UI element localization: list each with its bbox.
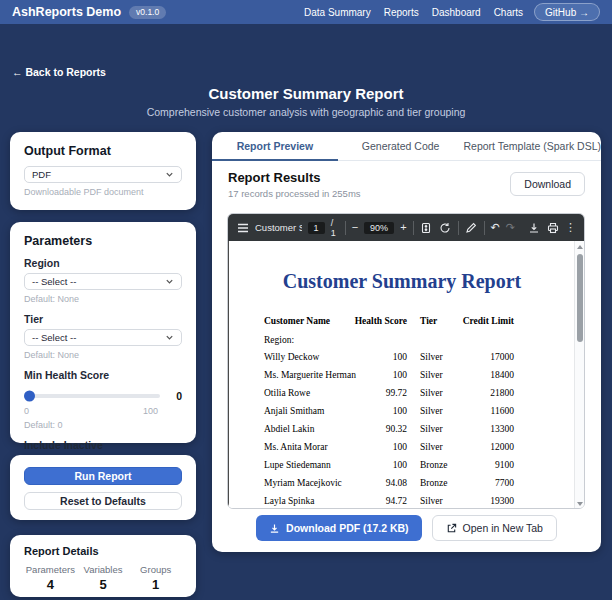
toolbar-divider (458, 221, 459, 235)
print-icon[interactable] (546, 221, 559, 234)
pdf-table-row: Lupe Stiedemann 100 Bronze 9100 (229, 456, 575, 474)
actions-card: Run Report Reset to Defaults (10, 455, 196, 520)
report-details-title: Report Details (24, 545, 182, 557)
cell-credit-limit: 21800 (454, 388, 514, 398)
page-number-input[interactable]: 1 (308, 222, 325, 234)
region-default-note: Default: None (24, 294, 182, 304)
col-health-score: Health Score (352, 316, 407, 326)
page-total-label: / 1 (331, 218, 339, 238)
nav-link-data-summary[interactable]: Data Summary (304, 7, 371, 18)
download-pdf-button[interactable]: Download PDF (17.2 KB) (256, 515, 422, 541)
cell-health-score: 99.72 (352, 388, 407, 398)
tier-default-note: Default: None (24, 350, 182, 360)
nav-link-charts[interactable]: Charts (494, 7, 523, 18)
pdf-report-title: Customer Summary Report (229, 270, 575, 293)
pdf-table-row: Willy Deckow 100 Silver 17000 (229, 348, 575, 366)
zoom-level-input[interactable]: 90% (364, 222, 394, 234)
pdf-table-row: Ms. Marguerite Herman 100 Silver 18400 (229, 366, 575, 384)
pdf-table-header: Customer Name Health Score Tier Credit L… (229, 316, 575, 326)
parameters-title: Parameters (24, 234, 182, 248)
cell-health-score: 100 (352, 406, 407, 416)
tab-generated-code[interactable]: Generated Code (338, 132, 464, 160)
cell-credit-limit: 11600 (454, 406, 514, 416)
cell-tier: Silver (407, 352, 454, 362)
scroll-down-icon[interactable] (577, 502, 583, 506)
download-button[interactable]: Download (510, 172, 585, 196)
col-credit-limit: Credit Limit (454, 316, 514, 326)
stat-value: 5 (77, 577, 130, 592)
stat-label: Groups (129, 564, 182, 575)
pdf-table-row: Ms. Anita Morar 100 Silver 12000 (229, 438, 575, 456)
cell-tier: Silver (407, 496, 454, 506)
slider-thumb[interactable] (24, 391, 35, 402)
page-title: Customer Summary Report (0, 85, 612, 102)
open-new-tab-button[interactable]: Open in New Tab (432, 515, 557, 541)
tab-report-preview[interactable]: Report Preview (212, 132, 338, 160)
slider-max-label: 100 (143, 406, 158, 416)
cell-health-score: 94.72 (352, 496, 407, 506)
reset-defaults-button[interactable]: Reset to Defaults (24, 492, 182, 510)
tab-report-template[interactable]: Report Template (Spark DSL) (463, 132, 601, 160)
fit-page-icon[interactable] (420, 221, 433, 234)
cell-credit-limit: 17000 (454, 352, 514, 362)
region-select[interactable]: -- Select -- (24, 273, 182, 290)
pdf-table-row: Otilia Rowe 99.72 Silver 21800 (229, 384, 575, 402)
pdf-viewer: Customer S... 1 / 1 − 90% + ↶ ↷ (227, 213, 585, 509)
toolbar-download-icon[interactable] (527, 221, 540, 234)
cell-tier: Silver (407, 406, 454, 416)
annotate-icon[interactable] (465, 221, 478, 234)
download-pdf-label: Download PDF (17.2 KB) (286, 522, 409, 534)
cell-tier: Silver (407, 388, 454, 398)
rotate-icon[interactable] (439, 221, 452, 234)
col-tier: Tier (407, 316, 454, 326)
cell-tier: Silver (407, 370, 454, 380)
panel-footer: Download PDF (17.2 KB) Open in New Tab (212, 515, 601, 541)
col-customer-name: Customer Name (264, 316, 352, 326)
tier-select[interactable]: -- Select -- (24, 329, 182, 346)
back-to-reports-link[interactable]: ← Back to Reports (12, 66, 106, 78)
external-link-icon (446, 523, 457, 534)
cell-customer-name: Abdiel Lakin (264, 424, 352, 434)
toolbar-divider (345, 221, 346, 235)
run-report-button[interactable]: Run Report (24, 467, 182, 485)
cell-customer-name: Willy Deckow (264, 352, 352, 362)
slider-min-label: 0 (24, 406, 29, 416)
cell-tier: Bronze (407, 478, 454, 488)
cell-health-score: 100 (352, 370, 407, 380)
output-format-select[interactable]: PDF (24, 166, 182, 183)
github-button[interactable]: GitHub → (534, 3, 600, 21)
nav-link-dashboard[interactable]: Dashboard (432, 7, 481, 18)
cell-tier: Silver (407, 442, 454, 452)
page-subtitle: Comprehensive customer analysis with geo… (0, 106, 612, 118)
pdf-group-label: Region: (229, 335, 575, 345)
pdf-page: Customer Summary Report Customer Name He… (228, 241, 576, 509)
report-details-card: Report Details Parameters 4 Variables 5 … (10, 535, 196, 597)
tab-label: Report Preview (237, 140, 313, 152)
version-badge: v0.1.0 (129, 6, 166, 19)
menu-icon[interactable] (236, 221, 249, 234)
tier-label: Tier (24, 313, 182, 325)
stat-variables: Variables 5 (77, 564, 130, 592)
cell-credit-limit: 13300 (454, 424, 514, 434)
stat-value: 4 (24, 577, 77, 592)
pdf-scrollbar[interactable] (574, 241, 584, 509)
parameters-card: Parameters Region -- Select -- Default: … (10, 222, 196, 443)
zoom-out-icon[interactable]: − (352, 222, 358, 233)
region-value: -- Select -- (32, 276, 76, 287)
redo-icon[interactable]: ↷ (506, 222, 515, 233)
cell-credit-limit: 19300 (454, 496, 514, 506)
scrollbar-thumb[interactable] (577, 254, 583, 342)
stat-value: 1 (129, 577, 182, 592)
min-health-score-slider[interactable] (24, 394, 160, 398)
stat-label: Parameters (24, 564, 77, 575)
zoom-in-icon[interactable]: + (400, 222, 406, 233)
cell-customer-name: Ms. Anita Morar (264, 442, 352, 452)
more-options-icon[interactable]: ⋮ (565, 222, 576, 233)
pdf-table-row: Myriam Macejkovic 94.08 Bronze 7700 (229, 474, 575, 492)
chevron-down-icon (165, 170, 174, 179)
min-health-score-label: Min Health Score (24, 369, 182, 381)
nav-links: Data Summary Reports Dashboard Charts (304, 7, 523, 18)
undo-icon[interactable]: ↶ (491, 222, 500, 233)
nav-link-reports[interactable]: Reports (384, 7, 419, 18)
scroll-up-icon[interactable] (577, 245, 583, 249)
